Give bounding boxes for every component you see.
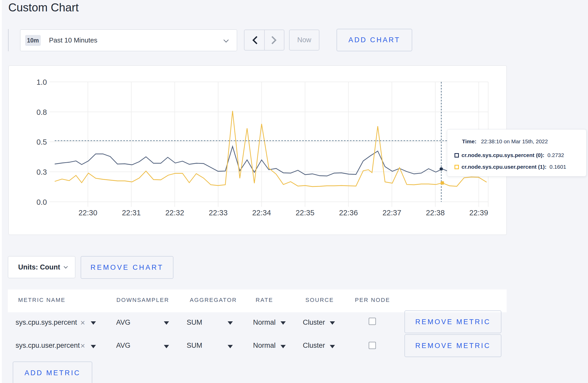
svg-text:1.0: 1.0: [37, 78, 47, 86]
svg-text:0.8: 0.8: [37, 108, 47, 116]
svg-text:22:35: 22:35: [296, 209, 314, 217]
svg-text:22:32: 22:32: [165, 209, 184, 217]
svg-text:22:30: 22:30: [79, 209, 97, 217]
svg-text:0.3: 0.3: [37, 168, 47, 176]
svg-text:22:34: 22:34: [252, 209, 271, 217]
svg-text:22:39: 22:39: [469, 209, 488, 217]
svg-text:22:38: 22:38: [426, 209, 445, 217]
svg-text:22:33: 22:33: [209, 209, 228, 217]
svg-text:0.5: 0.5: [37, 138, 47, 146]
svg-text:22:37: 22:37: [382, 209, 401, 217]
svg-text:0.0: 0.0: [37, 198, 47, 206]
svg-text:22:31: 22:31: [122, 209, 141, 217]
svg-text:22:36: 22:36: [339, 209, 358, 217]
